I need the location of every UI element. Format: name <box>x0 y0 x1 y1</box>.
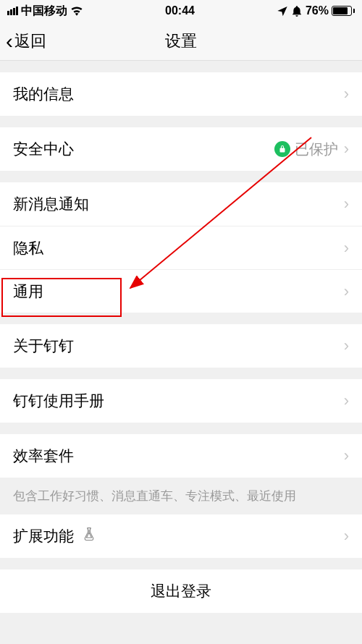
page-title: 设置 <box>165 30 197 52</box>
cell-general[interactable]: 通用 › <box>0 269 362 313</box>
cell-label: 我的信息 <box>13 84 344 104</box>
back-button[interactable]: ‹ 返回 <box>0 30 46 52</box>
cell-security-center[interactable]: 安全中心 已保护 › <box>0 127 362 171</box>
lock-icon <box>274 141 290 157</box>
chevron-left-icon: ‹ <box>6 30 13 52</box>
chevron-right-icon: › <box>344 336 349 355</box>
cell-label: 安全中心 <box>13 139 274 159</box>
cell-label: 新消息通知 <box>13 194 344 214</box>
cell-manual[interactable]: 钉钉使用手册 › <box>0 379 362 423</box>
status-right: 76% <box>277 4 355 17</box>
chevron-right-icon: › <box>344 527 349 546</box>
status-time: 00:44 <box>165 4 195 17</box>
chevron-right-icon: › <box>344 282 349 301</box>
status-left: 中国移动 <box>7 4 83 19</box>
efficiency-hint: 包含工作好习惯、消息直通车、专注模式、最近使用 <box>0 478 362 514</box>
logout-label: 退出登录 <box>151 581 211 601</box>
signal-icon <box>7 7 18 15</box>
cell-label: 关于钉钉 <box>13 336 344 356</box>
cell-my-info[interactable]: 我的信息 › <box>0 72 362 116</box>
flask-icon <box>83 527 96 541</box>
battery-percent: 76% <box>306 4 329 17</box>
chevron-right-icon: › <box>344 195 349 213</box>
cell-label: 通用 <box>13 281 344 302</box>
cell-label: 效率套件 <box>13 446 344 466</box>
chevron-right-icon: › <box>344 239 349 258</box>
chevron-right-icon: › <box>344 85 349 103</box>
carrier-label: 中国移动 <box>21 4 67 19</box>
cell-efficiency[interactable]: 效率套件 › <box>0 434 362 478</box>
logout-button[interactable]: 退出登录 <box>0 569 362 613</box>
cell-label: 钉钉使用手册 <box>13 391 344 411</box>
alarm-icon <box>291 5 303 17</box>
chevron-right-icon: › <box>344 391 349 410</box>
security-status: 已保护 <box>295 140 338 159</box>
cell-about[interactable]: 关于钉钉 › <box>0 324 362 368</box>
chevron-right-icon: › <box>344 140 349 158</box>
cell-privacy[interactable]: 隐私 › <box>0 226 362 269</box>
cell-new-message[interactable]: 新消息通知 › <box>0 182 362 226</box>
status-bar: 中国移动 00:44 76% <box>0 0 362 22</box>
cell-label: 扩展功能 <box>13 526 344 546</box>
chevron-right-icon: › <box>344 446 349 465</box>
cell-value: 已保护 <box>274 140 338 159</box>
cell-label: 隐私 <box>13 238 344 258</box>
location-icon <box>277 5 288 17</box>
battery-icon <box>332 6 355 16</box>
nav-bar: ‹ 返回 设置 <box>0 22 362 61</box>
back-label: 返回 <box>14 30 46 52</box>
cell-extensions[interactable]: 扩展功能 › <box>0 514 362 558</box>
wifi-icon <box>70 6 83 16</box>
